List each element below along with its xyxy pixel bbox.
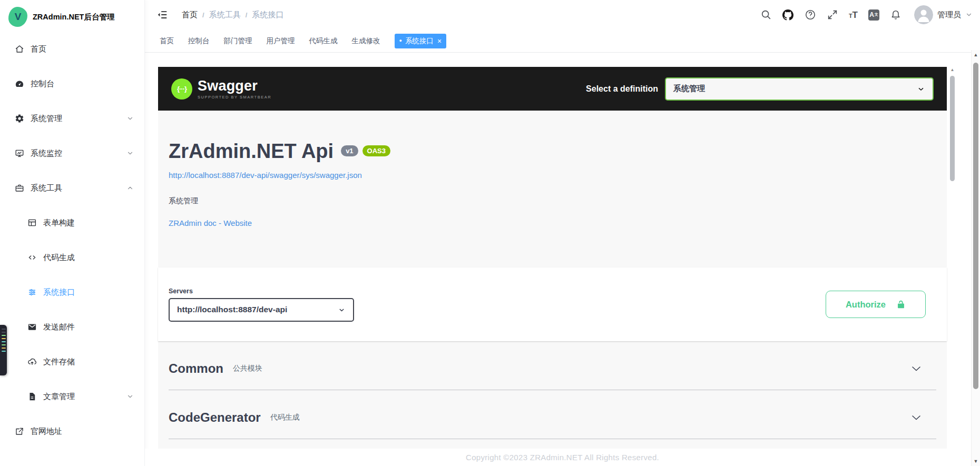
close-icon[interactable]: × <box>437 37 442 45</box>
sidebar-item-system-admin[interactable]: 系统管理 <box>0 101 144 136</box>
code-icon <box>27 253 37 262</box>
section-name: CodeGenerator <box>169 410 261 425</box>
sidebar-item-label: 官网地址 <box>31 427 62 437</box>
home-icon <box>15 44 24 54</box>
swagger-brand: {···} Swagger Supported by SMARTBEAR <box>171 78 271 100</box>
sidebar-item-file-storage[interactable]: 文件存储 <box>0 344 144 379</box>
top-navbar: 首页 / 系统工具 / 系统接口 TT A文 管理员 <box>145 0 980 29</box>
chevron-down-icon <box>126 150 134 157</box>
definition-select[interactable]: 系统管理 <box>665 77 934 101</box>
sidebar-item-official-site[interactable]: 官网地址 <box>0 414 144 449</box>
sidebar-menu: 首页 控制台 系统管理 系统监控 系统工具 表单构建 <box>0 32 144 449</box>
server-select[interactable]: http://localhost:8887/dev-api <box>169 298 354 322</box>
breadcrumb-separator: / <box>246 11 248 19</box>
chevron-down-icon <box>126 393 134 400</box>
scroll-up-icon[interactable]: ▲ <box>950 67 955 73</box>
version-badge: v1 <box>341 145 358 156</box>
scrollbar-thumb[interactable] <box>973 63 978 389</box>
sidebar-item-label: 代码生成 <box>43 253 75 263</box>
sidebar-item-console[interactable]: 控制台 <box>0 66 144 101</box>
sidebar-item-form-builder[interactable]: 表单构建 <box>0 205 144 240</box>
github-icon[interactable] <box>782 9 794 21</box>
breadcrumb: 首页 / 系统工具 / 系统接口 <box>182 10 283 20</box>
sidebar-item-label: 文件存储 <box>43 357 75 367</box>
spec-url-link[interactable]: http://localhost:8887/dev-api/swagger/sy… <box>169 171 362 180</box>
chevron-down-icon <box>126 115 134 122</box>
swagger-logo-icon: {···} <box>171 78 192 100</box>
scroll-down-icon[interactable]: ▼ <box>972 459 980 464</box>
sidebar-item-code-gen[interactable]: 代码生成 <box>0 240 144 275</box>
definition-value: 系统管理 <box>673 84 917 94</box>
sidebar-item-label: 系统工具 <box>31 183 62 193</box>
tab-user-admin[interactable]: 用户管理 <box>267 36 295 46</box>
sliders-icon <box>27 287 37 297</box>
tab-dept-admin[interactable]: 部门管理 <box>224 36 252 46</box>
swagger-topbar: {···} Swagger Supported by SMARTBEAR Sel… <box>158 67 947 111</box>
swagger-scrollbar[interactable]: ▲ <box>950 67 955 449</box>
sidebar-item-label: 系统监控 <box>31 148 62 158</box>
tab-system-api[interactable]: ● 系统接口 × <box>395 34 447 48</box>
sidebar-item-label: 控制台 <box>31 79 54 89</box>
expand-chevron-icon[interactable] <box>910 362 923 375</box>
swagger-ui: {···} Swagger Supported by SMARTBEAR Sel… <box>158 67 947 449</box>
sidebar: V ZRAdmin.NET后台管理 首页 控制台 系统管理 系统监控 系统工具 <box>0 0 145 466</box>
oas3-badge: OAS3 <box>362 145 390 156</box>
monitor-icon <box>15 148 24 158</box>
username: 管理员 <box>937 10 961 20</box>
sidebar-item-system-tools[interactable]: 系统工具 <box>0 171 144 205</box>
sidebar-item-label: 首页 <box>31 44 46 54</box>
tab-console[interactable]: 控制台 <box>188 36 210 46</box>
chevron-down-icon <box>965 11 973 18</box>
tab-code-gen[interactable]: 代码生成 <box>309 36 338 46</box>
external-link-icon <box>15 427 24 436</box>
select-definition-label: Select a definition <box>586 84 658 94</box>
section-codegenerator[interactable]: CodeGenerator 代码生成 <box>169 390 936 439</box>
search-icon[interactable] <box>760 9 772 21</box>
chevron-up-icon <box>126 184 134 192</box>
breadcrumb-home[interactable]: 首页 <box>182 10 198 20</box>
sidebar-item-system-api[interactable]: 系统接口 <box>0 275 144 310</box>
active-dot-icon: ● <box>399 38 402 43</box>
servers-label: Servers <box>169 287 354 295</box>
gear-icon <box>15 114 24 123</box>
tags-view-bar: 首页 控制台 部门管理 用户管理 代码生成 生成修改 ● 系统接口 × <box>145 29 980 53</box>
page-scrollbar[interactable]: ▲ ▼ <box>971 50 980 466</box>
toolbox-icon <box>15 183 24 193</box>
sidebar-item-home[interactable]: 首页 <box>0 32 144 66</box>
font-size-icon[interactable]: TT <box>849 11 858 19</box>
breadcrumb-separator: / <box>202 11 204 19</box>
breadcrumb-system-tools: 系统工具 <box>209 10 241 20</box>
section-common[interactable]: Common 公共模块 <box>169 341 936 390</box>
section-desc: 公共模块 <box>233 364 262 373</box>
language-icon[interactable]: A文 <box>868 9 879 21</box>
form-icon <box>27 218 37 227</box>
doc-website-link[interactable]: ZRAdmin doc - Website <box>169 219 252 227</box>
app-logo[interactable]: V ZRAdmin.NET后台管理 <box>0 0 144 34</box>
sidebar-item-article-admin[interactable]: 文章管理 <box>0 379 144 414</box>
tab-gen-edit[interactable]: 生成修改 <box>352 36 380 46</box>
sidebar-item-label: 文章管理 <box>43 392 75 402</box>
app-logo-icon: V <box>8 7 27 27</box>
chevron-down-icon <box>917 85 925 93</box>
scrollbar-thumb[interactable] <box>950 76 955 181</box>
navbar-actions: TT A文 管理员 <box>760 0 973 29</box>
bell-icon[interactable] <box>890 9 901 21</box>
operation-sections: Common 公共模块 CodeGenerator 代码生成 <box>169 341 936 439</box>
sidebar-item-send-mail[interactable]: 发送邮件 <box>0 310 144 344</box>
tab-home[interactable]: 首页 <box>160 36 174 46</box>
fullscreen-icon[interactable] <box>827 9 838 21</box>
article-icon <box>27 392 37 401</box>
sidebar-item-label: 系统接口 <box>43 287 75 298</box>
user-menu[interactable]: 管理员 <box>914 5 973 24</box>
sidebar-fold-icon[interactable] <box>156 9 168 21</box>
dashboard-icon <box>15 79 24 88</box>
avatar <box>914 5 933 24</box>
expand-chevron-icon[interactable] <box>910 411 923 424</box>
scroll-up-icon[interactable]: ▲ <box>972 52 980 57</box>
help-icon[interactable] <box>805 9 816 21</box>
api-title: ZrAdmin.NET Api <box>169 140 334 163</box>
sidebar-item-system-monitor[interactable]: 系统监控 <box>0 136 144 171</box>
authorize-button[interactable]: Authorize <box>826 291 926 318</box>
mini-panel-handle[interactable] <box>0 325 7 375</box>
app-footer: Copyright ©2023 ZRAdmin.NET All Rights R… <box>145 449 980 466</box>
